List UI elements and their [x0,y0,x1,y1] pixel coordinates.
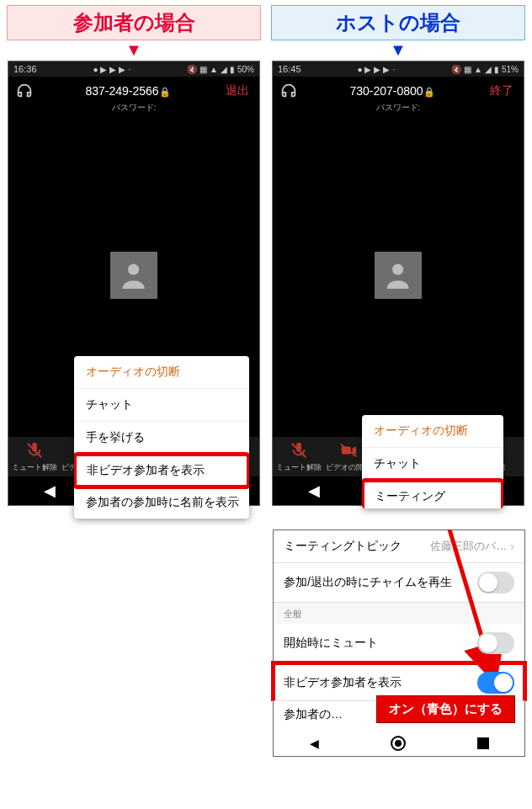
mic-off-icon [289,440,309,460]
setting-chime[interactable]: 参加/退出の時にチャイムを再生 [274,563,524,603]
status-bar: 16:36 ●▶▶▶· 🔇▦▲◢▮ 50% [8,61,259,77]
section-general: 全般 [274,603,524,624]
menu-audio-disconnect[interactable]: オーディオの切断 [362,415,503,448]
svg-point-12 [392,264,403,275]
toggle-chime[interactable] [477,572,514,593]
chevron-right-icon: › [510,540,514,553]
status-icons-right: 🔇▦▲◢▮ 50% [187,65,254,74]
arrow-down-red-icon: ▼ [125,40,142,59]
menu-chat[interactable]: チャット [362,448,503,481]
avatar-placeholder [375,252,422,299]
menu-audio-disconnect[interactable]: オーディオの切断 [74,356,249,389]
title-right: ホストの場合 [271,5,525,40]
back-icon[interactable]: ◀ [44,482,56,500]
mic-off-icon [24,440,45,460]
video-area: オーディオの切断 チャット ミーティング [273,117,524,437]
android-navbar: ◀ [274,731,524,756]
video-area: オーディオの切断 チャット 手を挙げる 非ビデオ参加者を表示 参加者の参加時に名… [8,117,259,437]
headset-icon[interactable] [279,82,298,100]
menu-show-name-on-join[interactable]: 参加者の参加時に名前を表示 [74,487,249,519]
lock-icon: 🔒 [159,87,171,97]
password-label: パスワード: [273,102,524,114]
menu-chat[interactable]: チャット [74,389,249,422]
mute-button[interactable]: ミュート解除 [274,440,323,473]
back-icon[interactable]: ◀ [310,737,319,750]
caption-on-blue: オン（青色）にする [376,695,515,723]
svg-point-0 [128,264,139,275]
meeting-header: 837-249-2566🔒 退出 [8,77,259,102]
phone-left: 16:36 ●▶▶▶· 🔇▦▲◢▮ 50% 837-249-2566🔒 退出 [8,61,260,506]
headset-icon[interactable] [15,82,34,100]
title-left: 参加者の場合 [7,5,261,40]
exit-button[interactable]: 退出 [222,82,253,100]
phone-right: 16:45 ●▶▶▶· 🔇▦▲◢▮ 51% 730-207-0800🔒 終了 [272,61,524,506]
clock: 16:45 [278,64,301,74]
menu-meeting[interactable]: ミーティング [362,478,503,508]
menu-raise-hand[interactable]: 手を挙げる [74,422,249,455]
back-icon[interactable]: ◀ [308,482,320,500]
home-icon[interactable] [391,736,406,751]
video-off-icon [338,440,359,460]
clock: 16:36 [13,64,37,74]
more-menu: オーディオの切断 チャット 手を挙げる 非ビデオ参加者を表示 参加者の参加時に名… [74,356,249,519]
topic-value: 佐藤三郎のパ… [430,539,507,554]
password-label: パスワード: [8,102,259,114]
setting-meeting-topic[interactable]: ミーティングトピック 佐藤三郎のパ… › [274,530,524,563]
toggle-show-nonvideo[interactable] [477,672,514,694]
toggle-mute-on-start[interactable] [477,632,514,654]
battery-percent: 51% [502,65,519,74]
mute-button[interactable]: ミュート解除 [10,440,59,473]
meeting-id: 730-207-0800 [349,84,423,98]
recent-icon[interactable] [477,737,489,749]
menu-show-nonvideo[interactable]: 非ビデオ参加者を表示 [74,452,249,489]
status-icons-right: 🔇▦▲◢▮ 51% [451,65,519,74]
arrow-down-blue-icon: ▼ [390,40,407,59]
status-icons-left: ●▶▶▶· [357,65,395,74]
meeting-id: 837-249-2566 [85,84,158,98]
meeting-header: 730-207-0800🔒 終了 [273,77,524,102]
setting-mute-on-start[interactable]: 開始時にミュート [274,624,524,663]
battery-percent: 50% [237,65,254,74]
lock-icon: 🔒 [423,87,435,97]
more-menu: オーディオの切断 チャット ミーティング [362,415,503,508]
status-bar: 16:45 ●▶▶▶· 🔇▦▲◢▮ 51% [273,61,524,77]
end-button[interactable]: 終了 [487,82,517,100]
avatar-placeholder [110,252,157,299]
status-icons-left: ●▶▶▶· [93,65,130,74]
